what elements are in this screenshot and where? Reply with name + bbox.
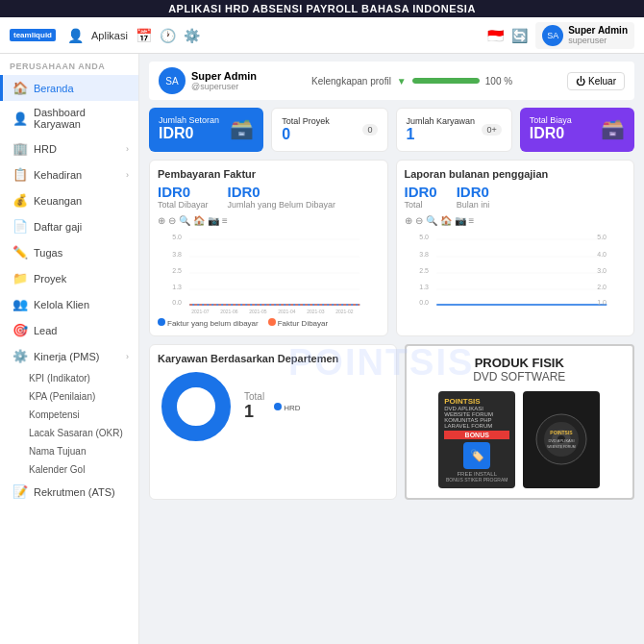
sidebar-daftar-gaji-label: Daftar gaji <box>34 221 82 233</box>
charts-row: Pembayaran Faktur IDR0 Total Dibayar IDR… <box>149 160 634 336</box>
sidebar-company-label: PERUSAHAAN ANDA <box>0 54 138 75</box>
disc-svg: POINTSIS DVD APLIKASI WEBSITE FORUM <box>535 413 588 466</box>
stat-biaya-value: IDR0 <box>530 125 572 142</box>
stat-setoran-value: IDR0 <box>159 125 219 142</box>
main-layout: PERUSAHAAN ANDA 🏠 Beranda 👤 Dashboard Ka… <box>0 54 644 644</box>
sidebar-item-kelola-klien[interactable]: 👥 Kelola Klien <box>0 291 138 317</box>
progress-bar <box>412 78 480 84</box>
toolbar2-icon-5[interactable]: 📷 <box>455 215 466 226</box>
profile-pct: 100 % <box>485 76 512 87</box>
sidebar-item-keuangan[interactable]: 💰 Keuangan <box>0 187 138 213</box>
toolbar-icon-2[interactable]: ⊖ <box>168 215 176 226</box>
sidebar-tugas-label: Tugas <box>34 247 62 259</box>
svg-text:2.5: 2.5 <box>419 267 429 274</box>
stat-proyek-value: 0 <box>282 126 330 143</box>
sidebar-item-kalender-gol[interactable]: Kalender Gol <box>0 460 138 479</box>
dept-chart-card: Karyawan Berdasarkan Departemen Total 1 … <box>149 344 397 500</box>
logo: teamliquid <box>10 29 56 41</box>
dashboard-icon: 👤 <box>12 111 28 126</box>
user-info: SA Super Admin @superuser <box>159 67 257 94</box>
settings-icon[interactable]: ⚙️ <box>184 28 200 43</box>
clock-icon[interactable]: 🕐 <box>160 28 176 43</box>
stat-setoran-icon: 🗃️ <box>230 117 254 140</box>
toolbar-icon-5[interactable]: 📷 <box>208 215 219 226</box>
product-items: POINTSIS DVD APLIKASI WEBSITE FORUM KOMU… <box>416 391 624 488</box>
rekrutmen-icon: 📝 <box>12 484 28 499</box>
product-area: PRODUK FISIK DVD SOFTWARE POINTSIS DVD A… <box>405 344 635 500</box>
svg-text:DVD APLIKASI: DVD APLIKASI <box>548 438 574 443</box>
chart-faktur-val2: IDR0 Jumlah yang Belum Dibayar <box>228 184 336 210</box>
chart-faktur-num1: IDR0 <box>158 184 209 200</box>
sidebar-item-daftar-gaji[interactable]: 📄 Daftar gaji <box>0 213 138 239</box>
logout-button[interactable]: ⏻ Keluar <box>567 72 625 90</box>
user-name: Super Admin <box>191 70 257 82</box>
home-nav-icon[interactable]: 👤 <box>67 28 84 43</box>
banner-text: APLIKASI HRD ABSENSI PAYROLL BAHASA INDO… <box>168 3 476 14</box>
svg-text:2.0: 2.0 <box>597 284 607 290</box>
sidebar-item-beranda[interactable]: 🏠 Beranda <box>0 75 138 101</box>
hrd-arrow-icon: › <box>126 144 129 154</box>
sidebar-item-tugas[interactable]: ✏️ Tugas <box>0 239 138 265</box>
chart-penggajian-svg: 5.0 3.8 2.5 1.3 0.0 5.0 <box>405 230 627 316</box>
toolbar-icon-1[interactable]: ⊕ <box>158 215 165 226</box>
user-details: Super Admin @superuser <box>191 70 257 91</box>
svg-point-32 <box>183 393 210 420</box>
progress-fill <box>412 78 480 84</box>
svg-text:2021-03: 2021-03 <box>307 309 325 314</box>
sidebar-item-kompetensi[interactable]: Kompetensi <box>0 406 138 424</box>
svg-text:3.8: 3.8 <box>172 251 182 258</box>
chart-faktur-label2: Jumlah yang Belum Dibayar <box>228 200 336 210</box>
sidebar-dashboard-label: Dashboard Karyawan <box>34 107 129 130</box>
stat-karyawan-info: Jumlah Karyawan 1 <box>407 116 476 143</box>
toolbar2-icon-4[interactable]: 🏠 <box>440 215 452 226</box>
sidebar-item-proyek[interactable]: 📁 Proyek <box>0 265 138 291</box>
toolbar2-icon-3[interactable]: 🔍 <box>426 215 437 226</box>
chart-penggajian-num1: IDR0 <box>405 184 437 200</box>
toolbar2-icon-2[interactable]: ⊖ <box>415 215 423 226</box>
dept-legend-hrd: HRD <box>274 403 300 412</box>
sidebar-item-kpi[interactable]: KPI (Indikator) <box>0 369 138 387</box>
toolbar-icon-3[interactable]: 🔍 <box>179 215 190 226</box>
svg-text:WEBSITE FORUM: WEBSITE FORUM <box>547 445 576 449</box>
toolbar2-icon-1[interactable]: ⊕ <box>405 215 412 226</box>
stat-card-setoran: Jumlah Setoran IDR0 🗃️ <box>149 108 263 152</box>
stat-proyek-label: Total Proyek <box>282 116 330 126</box>
donut-svg <box>158 368 235 445</box>
kehadiran-icon: 📋 <box>12 167 28 182</box>
nav-aplikasi[interactable]: Aplikasi <box>91 30 128 41</box>
refresh-icon[interactable]: 🔄 <box>511 28 528 43</box>
toolbar-icon-6[interactable]: ≡ <box>222 215 228 226</box>
sidebar-item-dashboard[interactable]: 👤 Dashboard Karyawan <box>0 101 138 136</box>
product-title: PRODUK FISIK <box>416 356 624 370</box>
sidebar-beranda-label: Beranda <box>34 83 74 94</box>
sidebar: PERUSAHAAN ANDA 🏠 Beranda 👤 Dashboard Ka… <box>0 54 139 644</box>
sidebar-item-hrd[interactable]: 🏢 HRD › <box>0 136 138 161</box>
keuangan-icon: 💰 <box>12 193 28 208</box>
svg-text:3.8: 3.8 <box>419 251 429 258</box>
product-laravel-icon: 🏷️ <box>463 442 490 469</box>
sidebar-item-lead[interactable]: 🎯 Lead <box>0 317 138 343</box>
header-right: 🇮🇩 🔄 SA Super Admin superuser <box>487 22 634 49</box>
chart-penggajian-label2: Bulan ini <box>457 200 490 210</box>
sidebar-item-nama-tujuan[interactable]: Nama Tujuan <box>0 442 138 460</box>
sidebar-item-kinerja[interactable]: ⚙️ Kinerja (PMS) › <box>0 343 138 369</box>
sidebar-item-okr[interactable]: Lacak Sasaran (OKR) <box>0 424 138 442</box>
chart-faktur-label1: Total Dibayar <box>158 200 209 210</box>
chart-faktur-toolbar: ⊕ ⊖ 🔍 🏠 📷 ≡ <box>158 215 380 226</box>
logout-label: Keluar <box>588 76 616 87</box>
calendar-icon[interactable]: 📅 <box>136 28 152 43</box>
svg-text:POINTSIS: POINTSIS <box>550 430 573 435</box>
toolbar2-icon-6[interactable]: ≡ <box>469 215 475 226</box>
header-avatar: SA <box>542 25 563 46</box>
toolbar-icon-4[interactable]: 🏠 <box>193 215 205 226</box>
sidebar-item-kehadiran[interactable]: 📋 Kehadiran › <box>0 161 138 187</box>
chart-penggajian: Laporan bulanan penggajian IDR0 Total ID… <box>396 160 635 336</box>
kehadiran-arrow-icon: › <box>126 170 129 180</box>
svg-text:2021-02: 2021-02 <box>335 309 354 314</box>
sidebar-item-rekrutmen[interactable]: 📝 Rekrutmen (ATS) <box>0 479 138 505</box>
sidebar-item-kpa[interactable]: KPA (Penilaian) <box>0 387 138 406</box>
proyek-icon: 📁 <box>12 271 28 285</box>
product-bonus-1: BONUS <box>444 431 509 439</box>
stat-setoran-label: Jumlah Setoran <box>159 115 219 125</box>
dept-chart-title: Karyawan Berdasarkan Departemen <box>158 353 388 364</box>
